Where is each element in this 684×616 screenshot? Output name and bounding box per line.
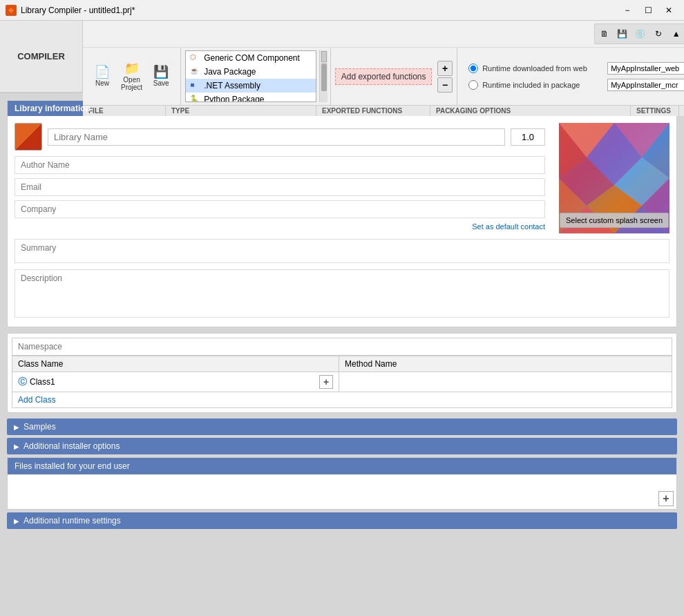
method1-cell (339, 372, 672, 392)
add-exported-label: Add exported functions (341, 72, 426, 81)
settings-section-label: SETTINGS (631, 106, 679, 116)
pkg-radio-web[interactable] (468, 64, 478, 73)
additional-installer-label: Additional installer options (23, 441, 120, 451)
app-icon (6, 5, 17, 16)
pkg-input-web[interactable] (607, 62, 684, 75)
type-scrollbar[interactable] (319, 50, 327, 102)
toolbar-icon-2[interactable]: 💾 (614, 26, 631, 42)
additional-runtime-arrow: ▶ (14, 517, 19, 525)
splash-screen-area: Select custom splash screen (559, 123, 669, 233)
toolbar-icon-4[interactable]: ↻ (650, 26, 667, 42)
remove-func-button[interactable]: − (437, 77, 453, 93)
title-text: Library Compiler - untitled1.prj* (21, 6, 135, 15)
pkg-input-mcr[interactable] (607, 79, 684, 91)
files-add-button[interactable]: + (658, 491, 674, 506)
type-section-label: TYPE (166, 106, 316, 116)
type-item-net[interactable]: ■ .NET Assembly (186, 79, 316, 93)
class1-icon: Ⓒ (18, 376, 27, 388)
additional-runtime-section[interactable]: ▶ Additional runtime settings (7, 512, 677, 529)
library-info-card: Library information Set as default conta… (7, 100, 677, 327)
type-item-java[interactable]: ☕ Java Package (186, 65, 316, 79)
email-input[interactable] (15, 178, 545, 196)
company-input[interactable] (15, 200, 545, 218)
exported-functions-area[interactable]: Add exported functions (335, 68, 432, 85)
compiler-label: COMPILER (17, 51, 65, 61)
additional-installer-arrow: ▶ (14, 443, 19, 450)
toolbar-icon-1[interactable]: 🗎 (596, 26, 613, 42)
open-icon: 📁 (124, 62, 140, 75)
com-icon: ⬡ (190, 53, 201, 63)
add-method-button[interactable]: + (319, 375, 333, 389)
title-bar: Library Compiler - untitled1.prj* − ☐ ✕ (0, 0, 684, 21)
window-controls: − ☐ ✕ (618, 3, 678, 17)
minimize-button[interactable]: − (618, 3, 637, 17)
method-name-header: Method Name (339, 356, 672, 372)
add-class-link[interactable]: Add Class (12, 392, 672, 408)
toolbar-icon-5[interactable]: ▲ (668, 26, 684, 42)
new-icon: 📄 (95, 66, 110, 78)
author-input[interactable] (15, 156, 545, 174)
class-card-body: Class Name Method Name Ⓒ Class1 + (8, 334, 676, 412)
additional-installer-section[interactable]: ▶ Additional installer options (7, 438, 677, 454)
samples-arrow: ▶ (14, 423, 19, 431)
additional-runtime-label: Additional runtime settings (23, 516, 121, 526)
library-info-body: Set as default contact (8, 116, 676, 327)
class1-cell: Ⓒ Class1 + (12, 372, 339, 392)
pkg-label-mcr: Runtime included in package (482, 81, 603, 89)
set-default-link[interactable]: Set as default contact (15, 222, 545, 231)
pkg-radio-mcr[interactable] (468, 80, 478, 90)
files-installed-header: Files installed for your end user (8, 458, 676, 474)
packaging-section-label: PACKAGING OPTIONS (430, 106, 631, 116)
class-name-header: Class Name (12, 356, 339, 372)
library-name-input[interactable] (48, 128, 505, 146)
save-icon: 💾 (153, 66, 169, 78)
exported-section-label: EXPORTED FUNCTIONS (316, 106, 430, 116)
files-installed-label: Files installed for your end user (15, 461, 130, 471)
lib-icon (15, 123, 42, 151)
table-row: Ⓒ Class1 + (12, 372, 672, 392)
maximize-button[interactable]: ☐ (638, 3, 658, 17)
files-body: + (8, 474, 676, 509)
pkg-label-web: Runtime downloaded from web (482, 64, 603, 73)
close-button[interactable]: ✕ (659, 3, 678, 17)
net-icon: ■ (190, 81, 201, 90)
samples-section[interactable]: ▶ Samples (7, 418, 677, 435)
python-icon: 🐍 (190, 95, 201, 102)
new-button[interactable]: 📄 New (88, 64, 116, 89)
toolbar-icon-3[interactable]: 💿 (632, 26, 649, 42)
pkg-option-mcr: Runtime included in package (468, 79, 684, 91)
func-buttons: + − (437, 61, 453, 93)
package-section-label: PACKAGE (679, 106, 684, 116)
files-installed-section: Files installed for your end user + (7, 457, 677, 510)
namespace-input[interactable] (12, 338, 672, 356)
open-project-button[interactable]: 📁 Open Project (117, 60, 146, 93)
select-splash-button[interactable]: Select custom splash screen (560, 213, 669, 228)
type-item-python[interactable]: 🐍 Python Package (186, 93, 316, 102)
type-item-com[interactable]: ⬡ Generic COM Component (186, 51, 316, 65)
class-section-card: Class Name Method Name Ⓒ Class1 + (7, 333, 677, 413)
packaging-options: Runtime downloaded from web Runtime incl… (463, 59, 684, 94)
file-section-label: FILE (83, 106, 166, 116)
summary-input[interactable] (15, 239, 669, 263)
add-func-button[interactable]: + (437, 61, 453, 76)
pkg-option-web: Runtime downloaded from web (468, 62, 684, 75)
content-panel: Library information Set as default conta… (0, 93, 684, 616)
library-version-input[interactable] (511, 128, 545, 146)
samples-label: Samples (23, 422, 56, 432)
compiler-tab[interactable]: COMPILER (0, 21, 83, 92)
save-button[interactable]: 💾 Save (147, 64, 175, 89)
description-input[interactable] (15, 269, 669, 318)
java-icon: ☕ (190, 67, 201, 77)
lib-name-row (15, 123, 545, 151)
splash-image: Select custom splash screen (559, 123, 669, 233)
class-table: Class Name Method Name Ⓒ Class1 + (12, 356, 672, 392)
class1-name: Class1 (30, 377, 55, 387)
